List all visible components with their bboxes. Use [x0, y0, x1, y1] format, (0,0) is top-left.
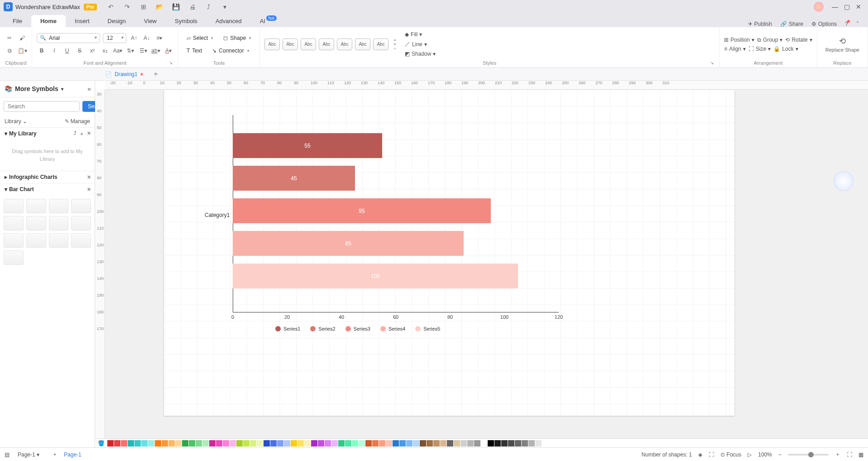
rotate-menu[interactable]: ⟲ Rotate ▾: [785, 37, 812, 43]
palette-color[interactable]: [427, 440, 433, 447]
fill-menu[interactable]: ◆ Fill ▾: [405, 31, 436, 38]
style-swatch[interactable]: Abc: [337, 38, 352, 50]
connector-tool[interactable]: ↘ Connector▾: [208, 46, 253, 56]
palette-color[interactable]: [196, 440, 202, 447]
palette-color[interactable]: [121, 440, 127, 447]
save-button[interactable]: 💾: [171, 2, 181, 12]
palette-color[interactable]: [399, 440, 406, 447]
group-menu[interactable]: ⧉ Group ▾: [757, 37, 782, 43]
maximize-button[interactable]: ▢: [841, 3, 853, 10]
layers-icon[interactable]: ◈: [698, 451, 702, 458]
palette-color[interactable]: [223, 440, 229, 447]
palette-color[interactable]: [454, 440, 460, 447]
font-launcher[interactable]: ↘: [169, 60, 173, 65]
help-button[interactable]: ?: [845, 21, 848, 27]
font-size-select[interactable]: 12: [103, 33, 126, 43]
info-close-icon[interactable]: ✕: [87, 174, 91, 180]
palette-color[interactable]: [440, 440, 446, 447]
share-button[interactable]: 🔗 Share: [780, 21, 803, 27]
publish-button[interactable]: ✈ Publish: [748, 21, 772, 27]
my-library-dropzone[interactable]: Drag symbols here to add to My Library: [0, 139, 95, 171]
palette-color[interactable]: [155, 440, 161, 447]
menu-view[interactable]: View: [135, 15, 166, 27]
page-selector[interactable]: Page-1 ▾: [16, 451, 46, 459]
font-shrink-button[interactable]: A↓: [142, 33, 152, 43]
palette-color[interactable]: [420, 440, 426, 447]
palette-color[interactable]: [202, 440, 209, 447]
page-layout-icon[interactable]: ▤: [5, 451, 10, 458]
palette-color[interactable]: [331, 440, 338, 447]
font-name-select[interactable]: Arial: [37, 33, 100, 43]
align-menu[interactable]: ≡ Align ▾: [724, 46, 746, 52]
underline-button[interactable]: U: [62, 46, 72, 56]
paste-button[interactable]: 📋▾: [17, 46, 27, 56]
styles-launcher[interactable]: ↘: [710, 60, 714, 65]
zoom-in-button[interactable]: ＋: [835, 451, 840, 458]
palette-color[interactable]: [325, 440, 331, 447]
palette-color[interactable]: [107, 440, 114, 447]
palette-color[interactable]: [264, 440, 270, 447]
bold-button[interactable]: B: [37, 46, 47, 56]
menu-ai[interactable]: AIhot: [251, 15, 286, 27]
palette-color[interactable]: [318, 440, 324, 447]
style-scroll-down[interactable]: ▾: [394, 42, 396, 46]
palette-color[interactable]: [535, 440, 542, 447]
zoom-out-button[interactable]: −: [778, 451, 782, 458]
palette-color[interactable]: [304, 440, 311, 447]
symbol-search-input[interactable]: [4, 101, 80, 112]
shape-thumbnail[interactable]: [26, 216, 46, 230]
style-gallery[interactable]: AbcAbcAbcAbcAbcAbcAbc: [264, 38, 388, 50]
style-swatch[interactable]: Abc: [355, 38, 370, 50]
font-color-button[interactable]: A▾: [163, 46, 173, 56]
collapse-ribbon-button[interactable]: ˄: [856, 21, 859, 27]
section-bar-chart[interactable]: ▾ Bar Chart ✕: [0, 183, 95, 195]
style-swatch[interactable]: Abc: [283, 38, 298, 50]
style-swatch[interactable]: Abc: [373, 38, 388, 50]
palette-color[interactable]: [236, 440, 243, 447]
page-tab[interactable]: Page-1: [64, 451, 82, 458]
cut-button[interactable]: ✂: [5, 33, 14, 43]
palette-color[interactable]: [501, 440, 508, 447]
properties-button[interactable]: ▦: [858, 451, 863, 458]
focus-button[interactable]: ⊙ Focus: [720, 451, 741, 458]
barchart-close-icon[interactable]: ✕: [87, 187, 91, 192]
floating-assistant[interactable]: [834, 171, 854, 191]
shadow-menu[interactable]: ◩ Shadow ▾: [405, 51, 436, 57]
shape-thumbnail[interactable]: [4, 216, 24, 230]
shape-thumbnail[interactable]: [4, 233, 24, 248]
align-menu-button[interactable]: ≡▾: [154, 33, 164, 43]
size-menu[interactable]: ⛶ Size ▾: [748, 46, 771, 52]
subscript-button[interactable]: x₂: [100, 46, 110, 56]
mylib-export-icon[interactable]: ⤴: [74, 130, 77, 137]
new-button[interactable]: ⊞: [139, 2, 149, 12]
style-swatch[interactable]: Abc: [301, 38, 316, 50]
style-swatch[interactable]: Abc: [319, 38, 334, 50]
collapse-panel-button[interactable]: «: [87, 85, 91, 92]
palette-color[interactable]: [277, 440, 283, 447]
palette-color[interactable]: [372, 440, 379, 447]
palette-color[interactable]: [433, 440, 440, 447]
palette-color[interactable]: [528, 440, 535, 447]
superscript-button[interactable]: x²: [87, 46, 97, 56]
font-grow-button[interactable]: A↑: [129, 33, 139, 43]
palette-color[interactable]: [338, 440, 345, 447]
redo-button[interactable]: ↷: [122, 2, 132, 12]
palette-color[interactable]: [209, 440, 216, 447]
shape-thumbnail[interactable]: [49, 199, 69, 213]
shape-thumbnail[interactable]: [26, 233, 46, 248]
style-swatch[interactable]: Abc: [264, 38, 280, 50]
undo-button[interactable]: ↶: [106, 2, 116, 12]
palette-color[interactable]: [522, 440, 528, 447]
text-tool[interactable]: T Text: [183, 46, 206, 56]
select-tool[interactable]: ▱ Select▾: [183, 33, 217, 43]
shape-thumbnail[interactable]: [4, 250, 24, 265]
fullscreen-button[interactable]: ⛶: [847, 451, 852, 458]
shape-thumbnail[interactable]: [71, 199, 91, 213]
menu-symbols[interactable]: Symbols: [166, 15, 206, 27]
doc-tab-drawing1[interactable]: 📄 Drawing1: [100, 69, 149, 79]
strike-button[interactable]: S: [75, 46, 85, 56]
replace-shape-button[interactable]: ⟲ Replace Shape: [822, 36, 863, 53]
palette-color[interactable]: [515, 440, 521, 447]
palette-color[interactable]: [413, 440, 419, 447]
palette-color[interactable]: [114, 440, 120, 447]
